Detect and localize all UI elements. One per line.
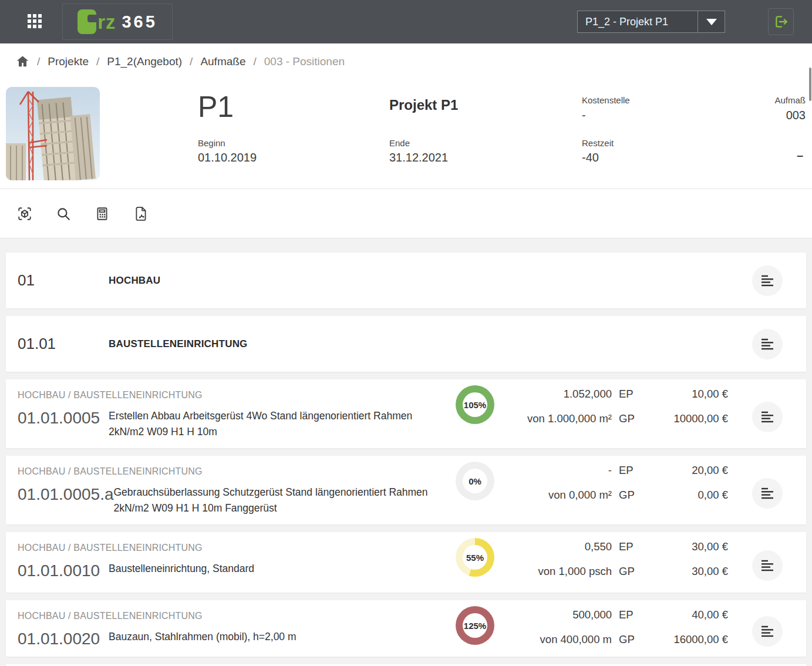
position-path: HOCHBAU / BAUSTELLENEINRICHTUNG xyxy=(18,543,456,553)
breadcrumb: / Projekte / P1_2(Angebot) / Aufmaße / 0… xyxy=(0,43,812,79)
ep-label: EP xyxy=(619,607,634,623)
progress-label: 0% xyxy=(469,476,481,486)
ep-value: 20,00 € xyxy=(634,463,728,478)
progress-donut: 55% xyxy=(456,538,494,577)
project-header: P1 Projekt P1 Kostenstelle - Aufmaß 003 … xyxy=(0,79,812,189)
restzeit-value: -40 xyxy=(582,151,599,164)
scan-cube-icon[interactable] xyxy=(17,206,32,221)
group-row-01[interactable]: 01 HOCHBAU xyxy=(6,253,806,308)
beginn-label: Beginn xyxy=(198,138,225,148)
align-left-menu-icon xyxy=(760,274,774,287)
align-left-menu-icon xyxy=(760,559,774,572)
quantity-value: 1.052,000 xyxy=(494,386,612,402)
gp-label: GP xyxy=(619,487,634,503)
logo-suffix-text: 365 xyxy=(122,14,157,31)
breadcrumb-item-positionen: 003 - Positionen xyxy=(264,55,345,68)
ep-value: 30,00 € xyxy=(634,539,728,554)
position-path: HOCHBAU / BAUSTELLENEINRICHTUNG xyxy=(18,466,456,477)
progress-donut: 125% xyxy=(456,606,494,645)
position-description: Gebrauchsüberlassung Schutzgerüst Stand … xyxy=(114,485,434,516)
position-row[interactable]: HOCHBAU / BAUSTELLENEINRICHTUNG 01.01.00… xyxy=(6,600,806,657)
gp-value: 30,00 € xyxy=(634,564,728,579)
gp-value: 16000,00 € xyxy=(634,632,728,647)
ep-label: EP xyxy=(619,539,634,554)
restzeit-label: Restzeit xyxy=(582,138,614,148)
breadcrumb-separator: / xyxy=(190,55,193,68)
beginn-value: 01.10.2019 xyxy=(198,151,257,164)
breadcrumb-separator: / xyxy=(96,55,99,68)
quantity-value: 500,000 xyxy=(494,607,612,623)
kostenstelle-value: - xyxy=(582,109,586,122)
breadcrumb-item-projekte[interactable]: Projekte xyxy=(48,55,89,68)
group-code: 01.01 xyxy=(18,335,109,353)
row-menu-button[interactable] xyxy=(752,265,783,296)
chevron-down-icon xyxy=(706,19,717,25)
toolbar xyxy=(0,189,812,238)
quantity-of: von 1,000 psch xyxy=(494,564,612,579)
logo-b-glyph xyxy=(78,9,96,34)
position-code: 01.01.0005 xyxy=(18,409,109,440)
project-selector-arrow[interactable] xyxy=(698,11,725,32)
ende-label: Ende xyxy=(389,138,410,148)
position-description: Baustelleneinrichtung, Standard xyxy=(109,561,254,580)
progress-label: 55% xyxy=(466,553,484,563)
row-menu-button[interactable] xyxy=(752,550,783,581)
kostenstelle-label: Kostenstelle xyxy=(582,95,630,105)
quantity-value: - xyxy=(494,463,612,478)
positions-list: 01 HOCHBAU 01.01 BAUSTELLENEINRICHTUNG H… xyxy=(0,238,812,666)
pdf-export-icon[interactable] xyxy=(133,206,149,221)
brz365-logo: rz 365 xyxy=(62,4,173,40)
position-row[interactable]: HOCHBAU / BAUSTELLENEINRICHTUNG 01.01.00… xyxy=(6,379,806,448)
breadcrumb-separator: / xyxy=(253,55,256,68)
breadcrumb-item-aufmasse[interactable]: Aufmaße xyxy=(200,55,245,68)
collapse-header-control[interactable]: – xyxy=(797,149,803,162)
logo-brand-text: rz xyxy=(97,12,116,32)
group-title: BAUSTELLENEINRICHTUNG xyxy=(109,338,248,350)
row-menu-button[interactable] xyxy=(752,616,783,647)
align-left-menu-icon xyxy=(760,411,774,423)
position-row[interactable]: HOCHBAU / BAUSTELLENEINRICHTUNG 01.01.00… xyxy=(6,532,806,593)
position-path: HOCHBAU / BAUSTELLENEINRICHTUNG xyxy=(18,390,456,401)
quantity-of: von 1.000,000 m² xyxy=(494,411,612,426)
quantity-of: von 400,000 m xyxy=(494,632,612,647)
group-row-01-01[interactable]: 01.01 BAUSTELLENEINRICHTUNG xyxy=(6,316,806,372)
progress-label: 105% xyxy=(464,400,486,410)
gp-label: GP xyxy=(619,632,634,647)
row-menu-button[interactable] xyxy=(752,402,783,432)
aufmass-label: Aufmaß xyxy=(774,95,806,105)
topbar: rz 365 P1_2 - Projekt P1 xyxy=(0,0,812,43)
project-photo xyxy=(6,87,100,180)
breadcrumb-separator: / xyxy=(37,55,40,68)
aufmass-value: 003 xyxy=(786,109,806,122)
project-selector[interactable]: P1_2 - Projekt P1 xyxy=(577,11,725,33)
position-description: Erstellen Abbau Arbeitsgerüst 4Wo Stand … xyxy=(109,408,429,440)
quantity-of: von 0,000 m² xyxy=(494,487,612,503)
breadcrumb-item-angebot[interactable]: P1_2(Angebot) xyxy=(107,55,182,68)
align-left-menu-icon xyxy=(760,625,774,638)
calculator-icon[interactable] xyxy=(95,206,110,221)
progress-donut: 105% xyxy=(456,385,494,424)
ep-value: 40,00 € xyxy=(634,607,728,623)
ende-value: 31.12.2021 xyxy=(389,151,448,164)
project-code: P1 xyxy=(198,90,234,124)
logout-button[interactable] xyxy=(768,8,794,35)
gp-label: GP xyxy=(619,411,634,426)
ep-value: 10,00 € xyxy=(634,386,728,402)
gp-label: GP xyxy=(619,564,634,579)
position-row[interactable]: HOCHBAU / BAUSTELLENEINRICHTUNG 01.01.00… xyxy=(6,456,806,524)
home-icon[interactable] xyxy=(16,55,29,68)
position-code: 01.01.0005.a xyxy=(18,485,114,516)
project-selector-value: P1_2 - Projekt P1 xyxy=(578,16,698,28)
position-code: 01.01.0010 xyxy=(18,561,109,580)
logout-icon xyxy=(773,14,789,29)
apps-grid-icon[interactable] xyxy=(28,14,43,29)
gp-value: 0,00 € xyxy=(634,487,728,503)
position-description: Bauzaun, Stahlrahmen (mobil), h=2,00 m xyxy=(109,629,297,648)
progress-donut: 0% xyxy=(456,462,494,500)
row-menu-button[interactable] xyxy=(752,329,783,359)
vertical-scrollbar[interactable] xyxy=(809,68,811,101)
row-menu-button[interactable] xyxy=(752,478,783,509)
ep-label: EP xyxy=(619,386,634,402)
search-icon[interactable] xyxy=(56,206,71,221)
quantity-value: 0,550 xyxy=(494,539,612,554)
